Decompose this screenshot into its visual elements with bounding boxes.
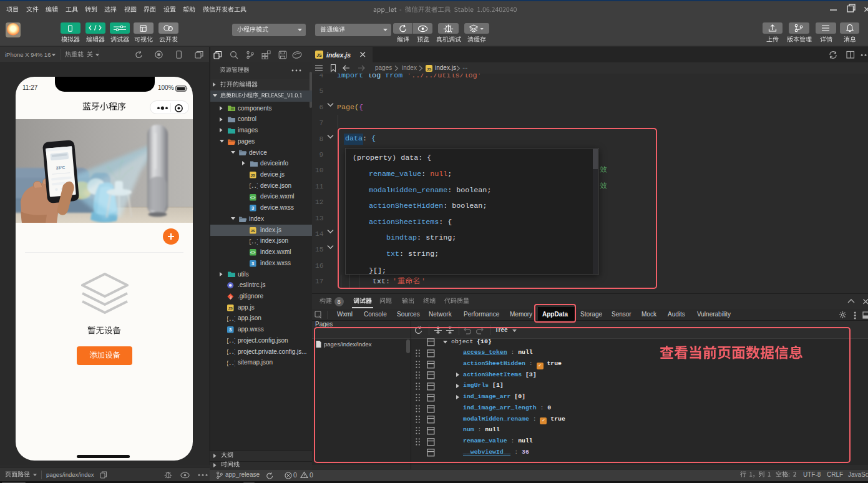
svg-text:JS: JS bbox=[251, 173, 255, 177]
svg-text:<>: <> bbox=[250, 195, 255, 200]
svg-text:<>: <> bbox=[250, 250, 255, 255]
svg-text:{..}: {..} bbox=[250, 183, 258, 190]
svg-text:JS: JS bbox=[427, 67, 431, 71]
svg-text:{..}: {..} bbox=[250, 239, 258, 245]
svg-text:23°C: 23°C bbox=[56, 165, 65, 170]
svg-text:{..}: {..} bbox=[227, 316, 235, 323]
svg-text:JS: JS bbox=[228, 306, 233, 310]
svg-text:{..}: {..} bbox=[227, 349, 235, 356]
svg-text:3: 3 bbox=[251, 206, 254, 212]
svg-text:{..}: {..} bbox=[227, 361, 235, 367]
svg-text:3: 3 bbox=[229, 328, 232, 333]
svg-text:{..}: {..} bbox=[227, 338, 235, 344]
svg-text:3: 3 bbox=[251, 261, 254, 266]
svg-text:JS: JS bbox=[316, 53, 322, 57]
svg-text:JS: JS bbox=[251, 229, 255, 233]
